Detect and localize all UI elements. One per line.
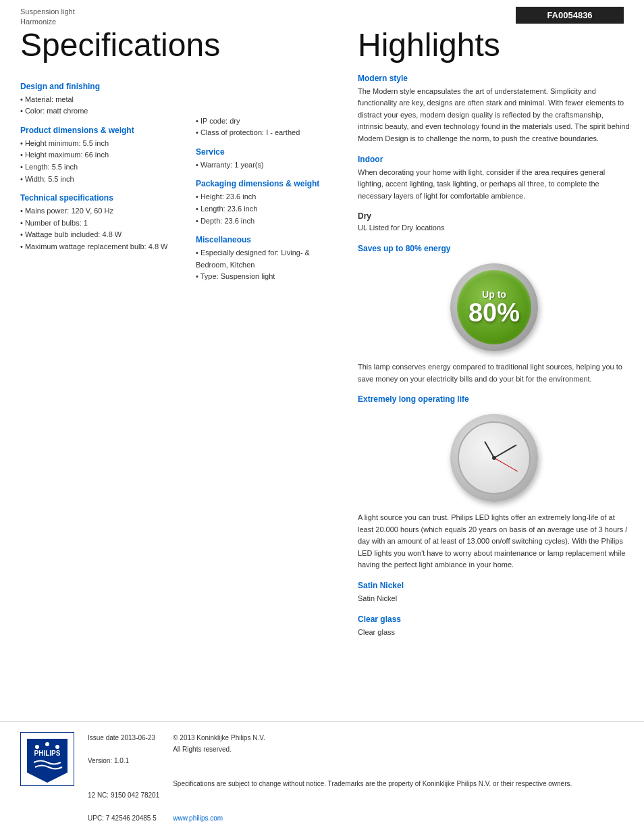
clear-glass-section: Clear glass Clear glass [358,615,630,639]
list-item: Wattage bulb included: 4.8 W [20,229,182,241]
specs-disclaimer: Specifications are subject to change wit… [173,778,572,789]
product-type-block: Suspension light Harmonize [20,7,75,28]
saves-energy-text: This lamp conserves energy compared to t… [358,361,630,385]
design-finishing-title: Design and finishing [20,82,182,91]
modern-style-title: Modern style [358,74,630,83]
specifications-title: Specifications [20,28,331,63]
product-dimensions-list: Height minimum: 5.5 inch Height maximum:… [20,138,182,185]
miscellaneous-list: Especially designed for: Living- & Bedro… [196,247,331,283]
list-item: Material: metal [20,94,182,106]
indoor-text: When decorating your home with light, co… [358,167,630,203]
svg-point-2 [35,745,39,749]
main-content: Specifications Design and finishing Mate… [0,28,644,721]
energy-badge: Up to 80% [450,263,538,351]
footer-col-copyright: © 2013 Koninklijke Philips N.V. All Righ… [173,732,572,824]
svg-text:PHILIPS: PHILIPS [34,750,61,757]
list-item: Mains power: 120 V, 60 Hz [20,205,182,217]
saves-energy-title: Saves up to 80% energy [358,244,630,253]
clock-face [458,421,531,494]
title-header-row: Suspension light Harmonize FA0054836 [0,0,644,28]
energy-badge-inner: Up to 80% [457,270,531,344]
footer-col-dates: Issue date 2013-06-23 Version: 1.0.1 12 … [88,732,159,824]
upc-label: UPC: 7 42546 20485 5 [88,812,159,824]
list-item: Height maximum: 66 inch [20,149,182,161]
service-title: Service [196,147,331,157]
miscellaneous-title: Miscellaneous [196,235,331,244]
list-item: Length: 23.6 inch [196,203,331,215]
service-list: Warranty: 1 year(s) [196,159,331,172]
left-column: Specifications Design and finishing Mate… [20,28,344,721]
list-item: IP code: dry [196,115,331,128]
product-code: FA0054836 [547,10,592,20]
nc-label: 12 NC: 9150 042 78201 [88,789,159,801]
clear-glass-title: Clear glass [358,615,630,624]
right-column: Highlights Modern style The Modern style… [344,28,630,721]
packaging-title: Packaging dimensions & weight [196,179,331,188]
energy-percent-label: 80% [468,300,520,325]
list-item: Warranty: 1 year(s) [196,159,331,172]
list-item: Depth: 23.6 inch [196,215,331,228]
website-link[interactable]: www.philips.com [173,812,572,824]
svg-point-4 [55,745,59,749]
dry-title: Dry [358,211,630,221]
footer: PHILIPS Issue date 2013-06-23 Version: 1… [0,721,644,834]
col-right-specs: IP code: dry Class of protection: I - ea… [196,74,331,283]
list-item: Width: 5.5 inch [20,174,182,186]
satin-nickel-section: Satin Nickel Satin Nickel [358,581,630,605]
modern-style-text: The Modern style encapsulates the art of… [358,86,630,145]
specs-two-col: Design and finishing Material: metal Col… [20,74,331,283]
highlights-title: Highlights [358,28,630,63]
issue-date: Issue date 2013-06-23 [88,732,159,744]
list-item: Length: 5.5 inch [20,161,182,174]
list-item: Especially designed for: Living- & Bedro… [196,247,331,271]
page: Suspension light Harmonize FA0054836 Spe… [0,0,644,834]
clock-badge-container [358,414,630,502]
list-item: Class of protection: I - earthed [196,127,331,139]
long-life-title: Extremely long operating life [358,394,630,404]
list-item: Height: 23.6 inch [196,191,331,203]
list-item: Color: matt chrome [20,105,182,118]
product-type-label: Suspension light [20,7,75,17]
list-item: Number of bulbs: 1 [20,217,182,230]
packaging-list: Height: 23.6 inch Length: 23.6 inch Dept… [196,191,331,227]
col-left-specs: Design and finishing Material: metal Col… [20,74,182,283]
satin-nickel-title: Satin Nickel [358,581,630,590]
version: Version: 1.0.1 [88,755,159,766]
list-item: Maximum wattage replacement bulb: 4.8 W [20,241,182,253]
technical-specs-list: Mains power: 120 V, 60 Hz Number of bulb… [20,205,182,253]
energy-badge-container: Up to 80% [358,263,630,351]
clock-hand-minute [494,444,517,459]
clock-badge [450,414,538,502]
product-line-label: Harmonize [20,17,75,27]
footer-info: Issue date 2013-06-23 Version: 1.0.1 12 … [88,732,624,824]
product-dimensions-title: Product dimensions & weight [20,126,182,135]
clock-hand-second [494,458,518,472]
long-life-text: A light source you can trust. Philips LE… [358,512,630,571]
rights-text: All Rights reserved. [173,744,572,755]
list-item: Type: Suspension light [196,271,331,283]
dry-text: UL Listed for Dry locations [358,222,630,234]
design-finishing-list: Material: metal Color: matt chrome [20,94,182,118]
indoor-title: Indoor [358,155,630,164]
clock-center [492,456,496,460]
technical-specs-title: Technical specifications [20,193,182,203]
ip-class-list: IP code: dry Class of protection: I - ea… [196,115,331,139]
product-code-box: FA0054836 [516,7,624,24]
copyright-text: © 2013 Koninklijke Philips N.V. [173,732,572,744]
philips-logo: PHILIPS [20,732,74,787]
list-item: Height minimum: 5.5 inch [20,138,182,150]
satin-nickel-text: Satin Nickel [358,593,630,605]
svg-point-3 [45,742,49,746]
clear-glass-text: Clear glass [358,627,630,639]
